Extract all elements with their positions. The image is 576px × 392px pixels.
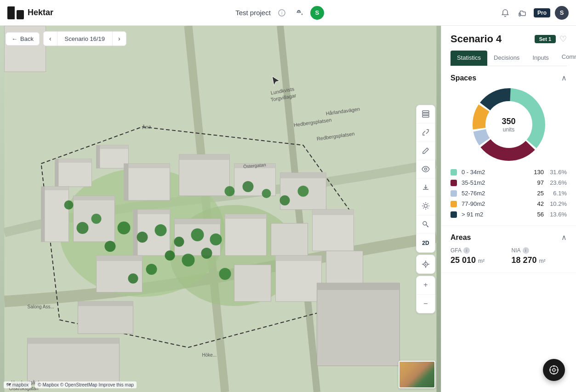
svg-point-54: [137, 232, 148, 243]
zoom-controls: + −: [416, 276, 435, 313]
zoom-out-button[interactable]: −: [416, 295, 435, 313]
map-thumbnail[interactable]: [399, 361, 435, 388]
legend-color-0: [451, 169, 457, 176]
notifications-button[interactable]: [499, 6, 512, 19]
zoom-in-button[interactable]: +: [416, 276, 435, 295]
svg-rect-10: [55, 159, 92, 187]
svg-point-92: [425, 263, 427, 265]
sun-button[interactable]: [416, 197, 435, 216]
map-background: Lundkvists Torgvillagar Hårlandavägen He…: [0, 26, 441, 392]
svg-point-61: [182, 254, 195, 267]
svg-text:Salong Ass...: Salong Ass...: [28, 304, 54, 309]
legend-item-1: 35-51m2 97 23.6%: [451, 179, 567, 186]
mapbox-logo: 🗺 mapbox: [4, 381, 31, 388]
fab-button[interactable]: [543, 359, 565, 381]
svg-rect-15: [97, 145, 100, 168]
like-button[interactable]: [516, 6, 529, 19]
add-user-button[interactable]: [293, 6, 306, 19]
project-info-button[interactable]: i: [275, 6, 288, 19]
svg-point-71: [262, 189, 271, 198]
legend-pct-3: 10.2%: [548, 200, 567, 207]
donut-unit: units: [502, 126, 515, 133]
svg-point-65: [146, 264, 157, 275]
legend-label-1: 35-51m2: [462, 179, 526, 186]
areas-section: Areas ∧ GFA i 25 010 m²: [441, 226, 576, 273]
zoom-in-icon: +: [423, 281, 428, 289]
logo-icon: [7, 6, 24, 19]
legend-count-4: 56: [531, 211, 544, 218]
svg-rect-17: [41, 187, 69, 190]
right-panel: Scenario 4 Set 1 ♡ Statistics Decisions …: [441, 26, 576, 392]
tab-decisions[interactable]: Decisions: [487, 51, 526, 66]
svg-point-5: [297, 10, 300, 12]
panel-title-row: Scenario 4 Set 1 ♡: [451, 33, 567, 45]
spaces-collapse-button[interactable]: ∧: [561, 74, 567, 82]
svg-rect-29: [280, 173, 326, 178]
layers-button[interactable]: [416, 105, 435, 124]
gfa-info-icon[interactable]: i: [463, 247, 470, 254]
svg-rect-41: [97, 256, 143, 261]
svg-rect-16: [41, 187, 69, 242]
current-user-avatar[interactable]: S: [310, 6, 324, 20]
legend-color-1: [451, 180, 457, 186]
nia-info-icon[interactable]: i: [523, 247, 529, 254]
svg-point-69: [225, 186, 235, 196]
legend-count-1: 97: [531, 179, 544, 186]
download-button[interactable]: [416, 179, 435, 197]
tab-comments[interactable]: Comments: [555, 51, 576, 66]
panel-tabs: Statistics Decisions Inputs Comments: [451, 51, 567, 66]
svg-rect-52: [317, 283, 400, 290]
profile-avatar[interactable]: S: [555, 6, 569, 20]
spaces-section-header: Spaces ∧: [451, 74, 567, 82]
svg-rect-47: [276, 256, 322, 261]
svg-point-62: [201, 248, 212, 259]
legend-label-4: > 91 m2: [462, 211, 526, 218]
visibility-button[interactable]: [416, 160, 435, 179]
svg-rect-12: [55, 159, 59, 187]
legend-pct-0: 31.6%: [548, 169, 567, 176]
map-area[interactable]: Lundkvists Torgvillagar Hårlandavägen He…: [0, 26, 441, 392]
toggle-2d-button[interactable]: 2D: [416, 234, 435, 252]
svg-rect-11: [55, 159, 92, 163]
map-top-controls: ← Back ‹ Scenario 16/19 ›: [6, 31, 126, 46]
areas-title: Areas: [451, 233, 471, 242]
areas-collapse-button[interactable]: ∧: [561, 233, 567, 242]
legend-item-3: 77-90m2 42 10.2%: [451, 200, 567, 207]
svg-rect-23: [124, 164, 129, 200]
scenario-navigator: ‹ Scenario 16/19 ›: [43, 31, 126, 46]
favorite-button[interactable]: ♡: [559, 34, 567, 44]
zoom-out-icon: −: [423, 300, 428, 308]
svg-point-57: [191, 228, 204, 241]
logo-text: Hektar: [28, 8, 53, 17]
svg-rect-39: [313, 210, 354, 215]
svg-text:Åna: Åna: [142, 124, 152, 130]
svg-point-73: [298, 186, 309, 197]
expand-button[interactable]: [416, 124, 435, 142]
scenario-prev-button[interactable]: ‹: [44, 32, 57, 45]
toolbar-main-group: 2D: [416, 105, 435, 253]
svg-rect-87: [422, 115, 429, 117]
svg-point-88: [425, 168, 427, 170]
svg-rect-86: [422, 113, 429, 115]
main-content: Lundkvists Torgvillagar Hårlandavägen He…: [0, 26, 576, 392]
back-button[interactable]: ← Back: [6, 32, 40, 45]
svg-rect-34: [175, 219, 221, 224]
map-svg: Lundkvists Torgvillagar Hårlandavägen He…: [0, 26, 441, 392]
svg-point-68: [64, 200, 74, 210]
tab-inputs[interactable]: Inputs: [526, 51, 555, 66]
donut-label: 350 units: [502, 117, 515, 133]
svg-point-72: [280, 195, 290, 205]
legend-label-0: 0 - 34m2: [462, 169, 526, 176]
svg-point-70: [243, 181, 254, 192]
edit-button[interactable]: [416, 142, 435, 160]
svg-rect-36: [225, 214, 267, 219]
fab-icon: [549, 365, 559, 375]
svg-rect-20: [74, 196, 115, 200]
logo-area: Hektar: [7, 6, 53, 19]
scenario-next-button[interactable]: ›: [112, 32, 126, 45]
key-button[interactable]: [416, 216, 435, 234]
area-gfa-label: GFA i: [451, 247, 506, 254]
locate-button[interactable]: [416, 255, 435, 273]
back-arrow-icon: ←: [11, 35, 17, 42]
tab-statistics[interactable]: Statistics: [451, 51, 487, 66]
